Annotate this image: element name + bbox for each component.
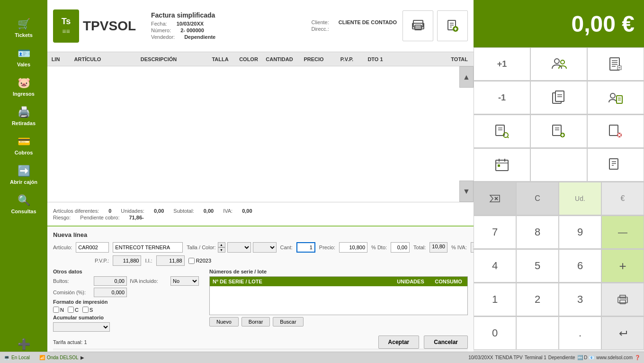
- placeholder-button-1[interactable]: [530, 148, 587, 182]
- talla-up-button[interactable]: ▲: [218, 242, 225, 247]
- formato-section: Formato de impresión N C S: [53, 299, 205, 313]
- sidebar-item-tickets[interactable]: 🛒 Tickets: [0, 13, 47, 43]
- header-buttons: [402, 10, 468, 41]
- sidebar-item-consultas[interactable]: 🔍 Consultas: [0, 190, 47, 219]
- sidebar-item-retiradas[interactable]: 🖨️ Retiradas: [0, 101, 47, 131]
- color-select[interactable]: [253, 242, 277, 253]
- acumular-select[interactable]: [53, 322, 110, 332]
- descripcion-input[interactable]: [113, 242, 183, 253]
- num-2-button[interactable]: 2: [516, 283, 559, 316]
- table-header: LIN ARTÍCULO DESCRIPCIÓN TALLA COLOR CAN…: [47, 52, 474, 66]
- th-pvp: P.V.P.: [331, 56, 362, 62]
- fmt-c-checkbox[interactable]: [68, 307, 74, 313]
- num-4-button[interactable]: 4: [474, 249, 516, 282]
- articulo-input[interactable]: [76, 242, 109, 253]
- enter-button[interactable]: [601, 317, 644, 350]
- wifi-icon: 📶: [39, 355, 45, 360]
- num-9-button[interactable]: 9: [559, 216, 601, 249]
- dto-input[interactable]: [391, 242, 410, 253]
- num-1-button[interactable]: 1: [474, 283, 516, 316]
- invoice-print-button[interactable]: [402, 10, 433, 41]
- minus-one-button[interactable]: -1: [474, 81, 530, 114]
- otros-datos-title: Otros datos: [53, 269, 205, 274]
- talla-select[interactable]: [227, 242, 251, 253]
- scroll-down-button[interactable]: ▼: [459, 181, 474, 202]
- num-5-button[interactable]: 5: [516, 249, 559, 282]
- serie-borrar-button[interactable]: Borrar: [242, 317, 270, 327]
- sidebar-item-ingresos[interactable]: 🐷 Ingresos: [0, 72, 47, 101]
- cant-input[interactable]: [296, 242, 315, 253]
- r2023-checkbox[interactable]: [188, 258, 195, 264]
- plus-one-button[interactable]: +1: [474, 47, 530, 81]
- clear-button[interactable]: C: [516, 182, 559, 215]
- fmt-n-checkbox[interactable]: [53, 307, 59, 313]
- print-ticket-button[interactable]: [601, 283, 644, 316]
- num-8-button[interactable]: 8: [516, 216, 559, 249]
- th-descripcion: DESCRIPCIÓN: [111, 56, 206, 62]
- svg-line-30: [508, 137, 509, 138]
- serie-buscar-button[interactable]: Buscar: [273, 317, 303, 327]
- scroll-buttons: ▲ ▼: [459, 66, 474, 202]
- add-line-button[interactable]: [530, 115, 587, 148]
- tarifa-label: Tarifa actual:: [53, 339, 82, 345]
- fmt-s-checkbox[interactable]: [82, 307, 89, 313]
- th-cantidad: CANTIDAD: [263, 56, 296, 62]
- svg-rect-56: [620, 300, 626, 304]
- units-button[interactable]: Ud.: [559, 182, 601, 215]
- euro-button[interactable]: €: [601, 182, 644, 215]
- iva-incluido-select[interactable]: No Sí: [170, 276, 199, 286]
- serie-th-und: UNIDADES: [392, 277, 429, 286]
- scroll-up-button[interactable]: ▲: [459, 66, 474, 88]
- search-doc-button[interactable]: [474, 115, 530, 148]
- person-receipt-button[interactable]: [587, 81, 644, 114]
- art-diff-value: 0: [108, 208, 111, 214]
- status-info: 10/03/20XX TIENDA TPV Terminal 1 Dependi…: [468, 355, 640, 360]
- bultos-label: Bultos:: [53, 278, 91, 284]
- receipt-list-button[interactable]: [587, 47, 644, 81]
- customers-button[interactable]: [530, 47, 587, 81]
- num-6-button[interactable]: 6: [559, 249, 601, 282]
- bultos-input[interactable]: [94, 276, 127, 286]
- sidebar-item-abrir-cajon[interactable]: ➡️ Abrir cajón: [0, 160, 47, 190]
- decimal-button[interactable]: .: [559, 317, 601, 350]
- help-icon[interactable]: ❓: [635, 355, 640, 360]
- articulo-label: Artículo:: [53, 245, 72, 250]
- calendar-button[interactable]: [474, 148, 530, 182]
- serie-body: [210, 286, 467, 315]
- otros-datos-panel: Otros datos Bultos: IVA incluido: No Sí …: [53, 269, 205, 332]
- precio-label: Precio:: [319, 245, 335, 250]
- serie-header: Nº DE SERIE / LOTE UNIDADES CONSUMO: [210, 277, 467, 286]
- tarifa-text: Tarifa actual: 1: [53, 339, 87, 345]
- li-input[interactable]: [156, 255, 185, 266]
- num-7-button[interactable]: 7: [474, 216, 516, 249]
- sidebar-item-vales[interactable]: 🪪 Vales: [0, 43, 47, 72]
- iva-label: IVA:: [223, 208, 233, 214]
- cancelar-button[interactable]: Cancelar: [424, 336, 468, 349]
- cliente-label: Cliente:: [311, 19, 329, 25]
- invoice-details: Factura simplificada Fecha: 10/03/20XX N…: [142, 11, 305, 41]
- aceptar-button[interactable]: Aceptar: [378, 336, 420, 349]
- invoice-fecha-row: Fecha: 10/03/20XX: [151, 21, 305, 27]
- num-0-button[interactable]: 0: [474, 317, 516, 350]
- plus-button[interactable]: +: [601, 249, 644, 282]
- numeros-serie-panel: Números de serie / lote Nº DE SERIE / LO…: [209, 269, 468, 332]
- client-area: Cliente: CLIENTE DE CONTADO Direcc.:: [311, 19, 397, 33]
- num-3-button[interactable]: 3: [559, 283, 601, 316]
- serie-nuevo-button[interactable]: Nuevo: [209, 317, 239, 327]
- invoice-new-button[interactable]: [437, 10, 468, 41]
- copy-doc-button[interactable]: [530, 81, 587, 114]
- talla-down-button[interactable]: ▼: [218, 247, 225, 253]
- acumular-title: Acumular sumatorio: [53, 315, 205, 320]
- doc-list-button[interactable]: [587, 148, 644, 182]
- sidebar-item-cobros[interactable]: 💳 Cobros: [0, 131, 47, 160]
- backspace-button[interactable]: [474, 182, 516, 215]
- cancel-doc-button[interactable]: [587, 115, 644, 148]
- li-label: I.I.:: [145, 258, 152, 263]
- precio-input[interactable]: [339, 242, 367, 253]
- minus-button[interactable]: —: [601, 216, 644, 249]
- pvp-input[interactable]: [113, 255, 141, 266]
- svg-marker-52: [490, 195, 500, 202]
- fmt-n-label: N: [60, 307, 64, 313]
- comision-input[interactable]: [94, 288, 127, 297]
- svg-point-11: [555, 59, 559, 64]
